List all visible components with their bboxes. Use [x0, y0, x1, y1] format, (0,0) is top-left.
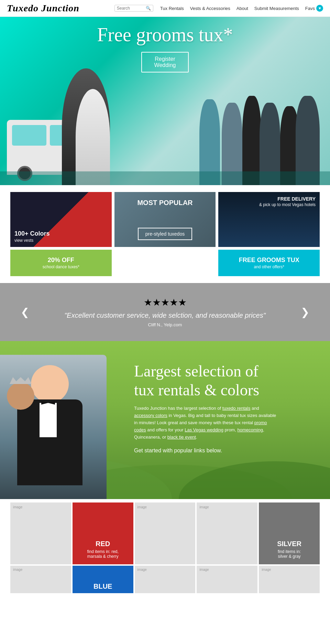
hero-image	[0, 55, 330, 185]
favs-button[interactable]: Favs ♥	[305, 5, 323, 12]
site-header: Tuxedo Junction 🔍 Tux Rentals Vests & Ac…	[0, 0, 330, 17]
silver-label: SILVER	[277, 540, 301, 548]
tuxedo-rentals-link[interactable]: tuxedo rentals	[222, 406, 251, 411]
school-dance-label: 20% OFF	[14, 257, 108, 264]
vests-text: 100+ Colors view vests	[14, 230, 50, 243]
bottom-cell-1[interactable]: image	[10, 566, 71, 593]
red-label: RED	[96, 540, 110, 548]
search-input[interactable]	[117, 6, 144, 11]
bride-silhouette	[76, 89, 110, 185]
review-stars: ★★★★★	[36, 297, 294, 308]
blue-label: BLUE	[94, 583, 112, 590]
hills-person-image	[0, 355, 107, 499]
tiara	[10, 377, 32, 384]
favs-label: Favs	[305, 6, 315, 11]
nav-vests[interactable]: Vests & Accessories	[190, 6, 230, 11]
pre-styled-label: pre-styled tuxedos	[145, 231, 185, 237]
popular-image[interactable]: MOST POPULAR pre-styled tuxedos	[114, 192, 216, 247]
site-logo[interactable]: Tuxedo Junction	[7, 3, 79, 14]
hills-body: Tuxedo Junction has the largest selectio…	[134, 405, 278, 441]
color-grid-bottom: image BLUE image image image	[10, 566, 320, 593]
hero-title: Free grooms tux*	[97, 24, 233, 46]
ground	[0, 171, 330, 185]
color-cell-red[interactable]: RED find items in: red,marsala & cherry	[73, 502, 133, 564]
review-author: Cliff N., Yelp.com	[36, 322, 294, 327]
free-tux-label: FREE GROOMS TUX	[222, 257, 316, 264]
bottom-cell-3-tag: image	[138, 568, 147, 572]
accessory-colors-link[interactable]: accessory colors	[134, 413, 167, 418]
feature-popular-col: MOST POPULAR pre-styled tuxedos	[114, 192, 216, 276]
search-icon[interactable]: 🔍	[146, 6, 151, 11]
delivery-label: FREE DELIVERY	[259, 196, 316, 202]
silver-sublabel: find items in:silver & gray	[278, 549, 301, 559]
color-cell-1[interactable]: image	[10, 502, 71, 564]
nav-about[interactable]: About	[236, 6, 248, 11]
review-content: ★★★★★ "Excellent customer service, wide …	[36, 297, 294, 327]
reviews-section: ❮ ★★★★★ "Excellent customer service, wid…	[0, 283, 330, 341]
partner-head	[7, 382, 34, 410]
van-window	[12, 125, 46, 146]
las-vegas-wedding-link[interactable]: Las Vegas wedding	[185, 427, 223, 432]
nav-measurements[interactable]: Submit Measurements	[254, 6, 299, 11]
delivery-image[interactable]: FREE DELIVERY & pick up to most Vegas ho…	[218, 192, 320, 247]
hero-section: Free grooms tux* RegisterWedding	[0, 17, 330, 185]
feature-vests-col: 100+ Colors view vests 20% OFF school da…	[10, 192, 112, 276]
cell-4-tag: image	[199, 505, 209, 509]
pre-styled-button[interactable]: pre-styled tuxedos	[138, 228, 192, 240]
black-tie-link[interactable]: black tie event	[167, 434, 196, 440]
color-cell-4[interactable]: image	[197, 502, 257, 564]
color-grid-section: image RED find items in: red,marsala & c…	[0, 502, 330, 603]
color-cell-3[interactable]: image	[135, 502, 196, 564]
nav-tux-rentals[interactable]: Tux Rentals	[160, 6, 184, 11]
review-next-button[interactable]: ❯	[301, 306, 309, 318]
logo-text: Tuxedo Junction	[7, 3, 79, 13]
heart-icon: ♥	[316, 5, 323, 12]
free-tux-sublabel: and other offers*	[222, 264, 316, 269]
school-dance-button[interactable]: 20% OFF school dance tuxes*	[10, 250, 112, 276]
popular-text-area: MOST POPULAR	[137, 199, 192, 207]
person-shirt	[40, 403, 57, 437]
register-wedding-button[interactable]: RegisterWedding	[141, 52, 189, 72]
person-head	[31, 365, 69, 403]
delivery-text: FREE DELIVERY & pick up to most Vegas ho…	[259, 196, 316, 207]
features-section: 100+ Colors view vests 20% OFF school da…	[10, 192, 320, 276]
bottom-cell-4-tag: image	[199, 568, 209, 572]
free-grooms-tux-button[interactable]: FREE GROOMS TUX and other offers*	[218, 250, 320, 276]
cell-3-tag: image	[138, 505, 147, 509]
color-grid-top: image RED find items in: red,marsala & c…	[10, 502, 320, 564]
search-box[interactable]: 🔍	[114, 5, 153, 12]
hills-cta: Get started with popular links below.	[134, 448, 278, 454]
nav-area: 🔍 Tux Rentals Vests & Accessories About …	[114, 5, 323, 12]
bottom-cell-5-tag: image	[262, 568, 271, 572]
color-cell-silver[interactable]: SILVER find items in:silver & gray	[259, 502, 320, 564]
review-prev-button[interactable]: ❮	[21, 306, 29, 318]
popular-label: MOST POPULAR	[137, 199, 192, 207]
bottom-cell-1-tag: image	[13, 568, 22, 572]
hills-title: Largest selection of tux rentals & color…	[134, 362, 278, 399]
red-sublabel: find items in: red,marsala & cherry	[87, 549, 119, 559]
main-nav: Tux Rentals Vests & Accessories About Su…	[160, 5, 323, 12]
bottom-cell-4[interactable]: image	[197, 566, 257, 593]
hills-content: Largest selection of tux rentals & color…	[134, 362, 278, 454]
hills-section: Largest selection of tux rentals & color…	[0, 341, 330, 499]
cell-1-tag: image	[13, 505, 22, 509]
color-cell-blue[interactable]: BLUE	[73, 566, 133, 593]
vests-sublabel: view vests	[14, 238, 50, 243]
delivery-sublabel: & pick up to most Vegas hotels	[259, 202, 316, 207]
homecoming-link[interactable]: homecoming	[237, 427, 263, 432]
feature-delivery-col: FREE DELIVERY & pick up to most Vegas ho…	[218, 192, 320, 276]
vests-image[interactable]: 100+ Colors view vests	[10, 192, 112, 247]
vests-label: 100+ Colors	[14, 230, 50, 237]
review-text: "Excellent customer service, wide selcti…	[36, 312, 294, 319]
bottom-cell-3[interactable]: image	[135, 566, 196, 593]
school-dance-sublabel: school dance tuxes*	[14, 264, 108, 269]
bottom-cell-5[interactable]: image	[259, 566, 320, 593]
